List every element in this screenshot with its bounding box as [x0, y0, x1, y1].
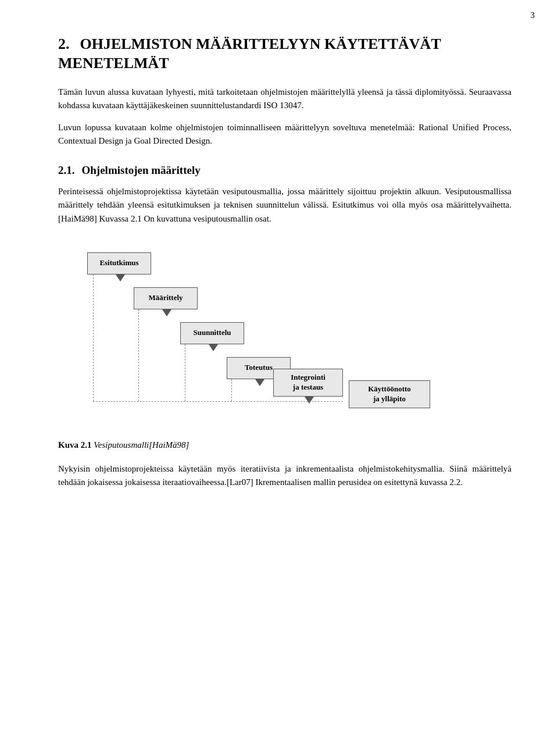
arrow-3	[209, 344, 218, 351]
chapter-number: 2.	[58, 35, 70, 52]
intro-paragraph-1: Tämän luvun alussa kuvataan lyhyesti, mi…	[58, 85, 512, 113]
arrow-2	[162, 309, 171, 316]
box-kayttoonotto: Käyttöönottoja ylläpito	[349, 380, 430, 408]
waterfall-diagram: Esitutkimus Määrittely Suunnittelu Toteu…	[87, 247, 482, 433]
body-paragraph-1: Perinteisessä ohjelmistoprojektissa käyt…	[58, 185, 512, 226]
dashed-h-1	[93, 401, 343, 402]
dashed-v-3	[185, 344, 185, 401]
diagram-caption: Kuva 2.1 Vesiputousmalli[HaiMä98]	[58, 438, 512, 452]
section-title: 2.1.Ohjelmistojen määrittely	[58, 164, 512, 177]
box-integrointi: Integrointija testaus	[273, 369, 343, 397]
chapter-title: 2.OHJELMISTON MÄÄRITTELYYN KÄYTETTÄVÄT M…	[58, 35, 512, 73]
arrow-5	[305, 397, 314, 404]
body-paragraph-2: Nykyisin ohjelmistoprojekteissa käytetää…	[58, 462, 512, 490]
dashed-v-2	[138, 309, 139, 401]
dashed-v-4	[231, 379, 232, 401]
box-esitutkimus: Esitutkimus	[87, 252, 151, 274]
dashed-v-1	[93, 274, 94, 401]
box-maarittely: Määrittely	[134, 287, 198, 309]
arrow-4	[255, 379, 264, 386]
box-suunnittelu: Suunnittelu	[180, 322, 244, 344]
intro-paragraph-2: Luvun lopussa kuvataan kolme ohjelmistoj…	[58, 121, 512, 148]
arrow-1	[116, 274, 125, 281]
page-number: 3	[531, 10, 535, 20]
